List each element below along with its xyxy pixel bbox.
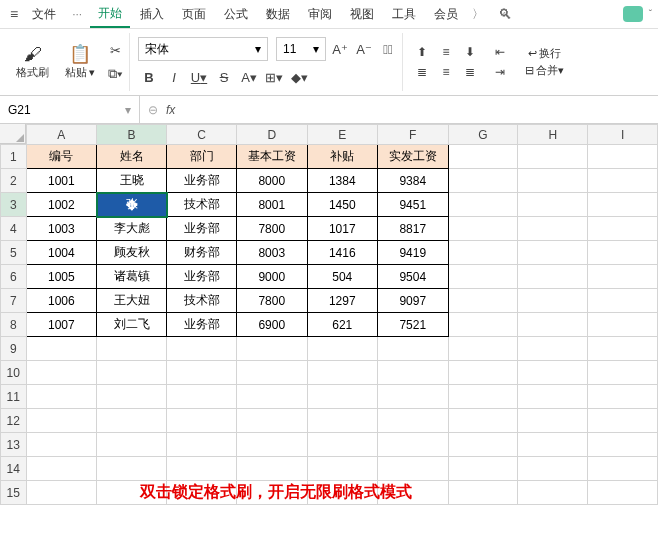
cell[interactable] [588,433,658,457]
spreadsheet-grid[interactable]: ABCDEFGHI1编号姓名部门基本工资补贴实发工资21001王晓业务部8000… [0,124,658,505]
cell[interactable]: 技术部 [167,193,237,217]
cell[interactable] [448,217,518,241]
cell[interactable] [97,385,167,409]
tab-insert[interactable]: 插入 [132,2,172,27]
cell[interactable]: 实发工资 [378,145,448,169]
collapse-ribbon-icon[interactable]: ˇ [649,9,652,20]
search-icon[interactable]: 🔍︎ [498,6,512,22]
cell[interactable] [588,241,658,265]
align-bottom-button[interactable]: ⬇ [459,43,481,61]
cell[interactable]: 1416 [307,241,377,265]
cell[interactable] [448,241,518,265]
cell[interactable] [518,217,588,241]
row-header[interactable]: 6 [1,265,27,289]
cell[interactable] [26,361,96,385]
cell[interactable] [448,169,518,193]
align-right-button[interactable]: ≣ [459,63,481,81]
cell[interactable] [518,193,588,217]
row-header[interactable]: 14 [1,457,27,481]
cell[interactable] [518,241,588,265]
cell[interactable] [448,361,518,385]
cell[interactable]: 7521 [378,313,448,337]
cell[interactable]: 9097 [378,289,448,313]
row-header[interactable]: 3 [1,193,27,217]
cell[interactable]: 8003 [237,241,307,265]
cell[interactable] [588,265,658,289]
cell[interactable] [448,433,518,457]
tab-member[interactable]: 会员 [426,2,466,27]
cell[interactable]: 1003 [26,217,96,241]
row-header[interactable]: 11 [1,385,27,409]
cell[interactable] [167,385,237,409]
cell[interactable] [518,481,588,505]
cell[interactable] [518,457,588,481]
cell[interactable]: 业务部 [167,217,237,241]
cell[interactable] [518,289,588,313]
cell[interactable] [448,145,518,169]
col-header-A[interactable]: A [26,125,96,145]
cell[interactable]: 顾友秋 [97,241,167,265]
cell[interactable]: 8000 [237,169,307,193]
cell[interactable] [26,409,96,433]
cell[interactable] [307,433,377,457]
cell[interactable] [237,409,307,433]
cell[interactable]: 621 [307,313,377,337]
copy-button[interactable]: ⧉▾ [105,64,125,84]
tab-formula[interactable]: 公式 [216,2,256,27]
col-header-G[interactable]: G [448,125,518,145]
cell[interactable] [97,337,167,361]
row-header[interactable]: 13 [1,433,27,457]
row-header[interactable]: 9 [1,337,27,361]
cell[interactable]: 9419 [378,241,448,265]
more-icon[interactable]: ··· [66,7,88,21]
row-header[interactable]: 5 [1,241,27,265]
cell[interactable] [237,457,307,481]
cell[interactable] [518,409,588,433]
cell[interactable] [167,457,237,481]
border-button[interactable]: ⊞▾ [263,67,285,87]
cell[interactable]: 1001 [26,169,96,193]
tab-page[interactable]: 页面 [174,2,214,27]
cell[interactable] [588,145,658,169]
cell[interactable] [237,385,307,409]
paste-button[interactable]: 📋 粘贴▾ [59,43,101,82]
cell[interactable]: 504 [307,265,377,289]
cell[interactable] [26,457,96,481]
cell[interactable] [307,385,377,409]
cell[interactable]: 业务部 [167,265,237,289]
menu-icon[interactable]: ≡ [6,6,22,22]
cell[interactable] [588,169,658,193]
cell[interactable] [588,337,658,361]
cell[interactable] [26,481,96,505]
cell[interactable] [588,409,658,433]
format-painter-button[interactable]: 🖌 格式刷 [10,43,55,82]
cell[interactable]: 7800 [237,217,307,241]
align-center-button[interactable]: ≡ [435,63,457,81]
cell[interactable] [448,337,518,361]
cell[interactable] [97,433,167,457]
wrap-text-button[interactable]: ↩ 换行 [521,46,568,61]
cell[interactable] [518,313,588,337]
cell[interactable]: 基本工资 [237,145,307,169]
cell[interactable] [378,457,448,481]
cell[interactable] [26,337,96,361]
cell[interactable] [167,337,237,361]
row-header[interactable]: 7 [1,289,27,313]
cell[interactable] [518,385,588,409]
col-header-D[interactable]: D [237,125,307,145]
indent-decrease-button[interactable]: ⇤ [489,43,511,61]
cell[interactable]: 8001 [237,193,307,217]
cell[interactable] [588,289,658,313]
col-header-B[interactable]: B [97,125,167,145]
cell[interactable] [378,433,448,457]
cell[interactable]: 技术部 [167,289,237,313]
cell[interactable] [97,409,167,433]
cell[interactable]: 李大彪 [97,217,167,241]
cell[interactable]: 业务部 [167,169,237,193]
font-increase-button[interactable]: A⁺ [330,39,350,59]
cell[interactable]: 9000 [237,265,307,289]
cell[interactable]: 1007 [26,313,96,337]
row-header[interactable]: 2 [1,169,27,193]
cell[interactable] [167,433,237,457]
cell[interactable] [97,361,167,385]
